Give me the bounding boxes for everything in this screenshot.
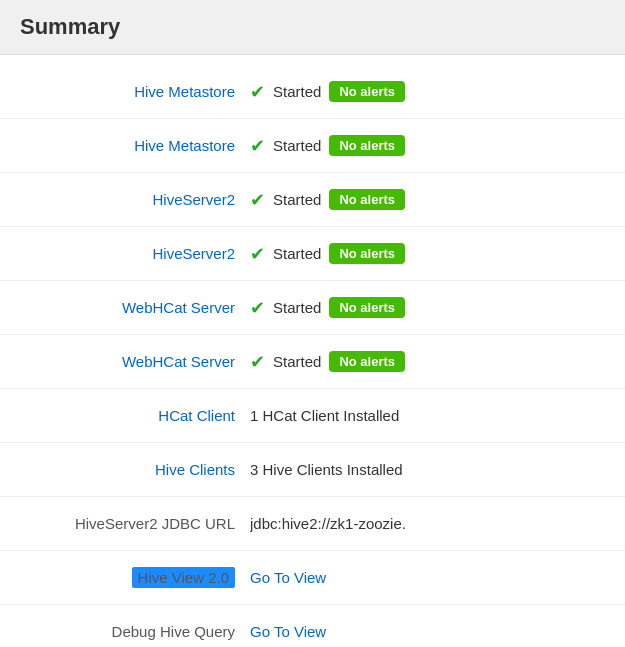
row-value-hive-metastore-2: ✔StartedNo alerts xyxy=(250,135,405,157)
row-value-hive-metastore-1: ✔StartedNo alerts xyxy=(250,81,405,103)
row-link-hiveserver2-1[interactable]: HiveServer2 xyxy=(152,191,235,208)
summary-row: Hive View 2.0Go To View xyxy=(0,551,625,605)
row-label-hiveserver2-1: HiveServer2 xyxy=(20,191,250,208)
check-icon: ✔ xyxy=(250,243,265,265)
summary-row: Hive Metastore✔StartedNo alerts xyxy=(0,119,625,173)
row-label-hive-view: Hive View 2.0 xyxy=(20,569,250,586)
row-link-hcat-client[interactable]: HCat Client xyxy=(158,407,235,424)
row-link-hive-clients[interactable]: Hive Clients xyxy=(155,461,235,478)
row-text-debug-hive-query: Debug Hive Query xyxy=(112,623,235,640)
summary-row: HiveServer2✔StartedNo alerts xyxy=(0,173,625,227)
summary-row: HiveServer2✔StartedNo alerts xyxy=(0,227,625,281)
row-label-jdbc-url: HiveServer2 JDBC URL xyxy=(20,515,250,532)
row-value-webhcat-server-2: ✔StartedNo alerts xyxy=(250,351,405,373)
summary-row: WebHCat Server✔StartedNo alerts xyxy=(0,281,625,335)
row-text-jdbc-url: HiveServer2 JDBC URL xyxy=(75,515,235,532)
check-icon: ✔ xyxy=(250,351,265,373)
row-link-webhcat-server-2[interactable]: WebHCat Server xyxy=(122,353,235,370)
row-label-hive-metastore-2: Hive Metastore xyxy=(20,137,250,154)
row-link-webhcat-server-1[interactable]: WebHCat Server xyxy=(122,299,235,316)
row-value-webhcat-server-1: ✔StartedNo alerts xyxy=(250,297,405,319)
check-icon: ✔ xyxy=(250,189,265,211)
row-value-debug-hive-query: Go To View xyxy=(250,623,326,640)
row-link-hiveserver2-2[interactable]: HiveServer2 xyxy=(152,245,235,262)
row-value-hiveserver2-2: ✔StartedNo alerts xyxy=(250,243,405,265)
row-value-jdbc-url: jdbc:hive2://zk1-zoozie. xyxy=(250,515,406,532)
status-text-hcat-client: 1 HCat Client Installed xyxy=(250,407,399,424)
no-alerts-badge: No alerts xyxy=(329,297,405,318)
row-label-hive-clients: Hive Clients xyxy=(20,461,250,478)
no-alerts-badge: No alerts xyxy=(329,243,405,264)
page-title: Summary xyxy=(20,14,120,39)
row-link-hive-metastore-2[interactable]: Hive Metastore xyxy=(134,137,235,154)
status-text: Started xyxy=(273,83,321,100)
row-label-hiveserver2-2: HiveServer2 xyxy=(20,245,250,262)
row-value-hiveserver2-1: ✔StartedNo alerts xyxy=(250,189,405,211)
no-alerts-badge: No alerts xyxy=(329,351,405,372)
no-alerts-badge: No alerts xyxy=(329,189,405,210)
row-label-hcat-client: HCat Client xyxy=(20,407,250,424)
summary-row: Debug Hive QueryGo To View xyxy=(0,605,625,647)
row-label-webhcat-server-1: WebHCat Server xyxy=(20,299,250,316)
go-to-view-link-debug-hive-query[interactable]: Go To View xyxy=(250,623,326,640)
status-text-jdbc-url: jdbc:hive2://zk1-zoozie. xyxy=(250,515,406,532)
status-text: Started xyxy=(273,299,321,316)
check-icon: ✔ xyxy=(250,81,265,103)
status-text: Started xyxy=(273,137,321,154)
page-header: Summary xyxy=(0,0,625,55)
summary-row: Hive Clients3 Hive Clients Installed xyxy=(0,443,625,497)
summary-content: Hive Metastore✔StartedNo alertsHive Meta… xyxy=(0,55,625,647)
status-text-hive-clients: 3 Hive Clients Installed xyxy=(250,461,403,478)
row-label-webhcat-server-2: WebHCat Server xyxy=(20,353,250,370)
check-icon: ✔ xyxy=(250,135,265,157)
check-icon: ✔ xyxy=(250,297,265,319)
go-to-view-link-hive-view[interactable]: Go To View xyxy=(250,569,326,586)
summary-row: WebHCat Server✔StartedNo alerts xyxy=(0,335,625,389)
row-label-debug-hive-query: Debug Hive Query xyxy=(20,623,250,640)
status-text: Started xyxy=(273,191,321,208)
row-value-hcat-client: 1 HCat Client Installed xyxy=(250,407,399,424)
status-text: Started xyxy=(273,245,321,262)
row-value-hive-clients: 3 Hive Clients Installed xyxy=(250,461,403,478)
no-alerts-badge: No alerts xyxy=(329,81,405,102)
status-text: Started xyxy=(273,353,321,370)
summary-row: Hive Metastore✔StartedNo alerts xyxy=(0,65,625,119)
row-label-hive-metastore-1: Hive Metastore xyxy=(20,83,250,100)
row-value-hive-view: Go To View xyxy=(250,569,326,586)
summary-row: HCat Client1 HCat Client Installed xyxy=(0,389,625,443)
summary-row: HiveServer2 JDBC URLjdbc:hive2://zk1-zoo… xyxy=(0,497,625,551)
hive-view-highlight: Hive View 2.0 xyxy=(132,567,235,588)
no-alerts-badge: No alerts xyxy=(329,135,405,156)
row-link-hive-metastore-1[interactable]: Hive Metastore xyxy=(134,83,235,100)
